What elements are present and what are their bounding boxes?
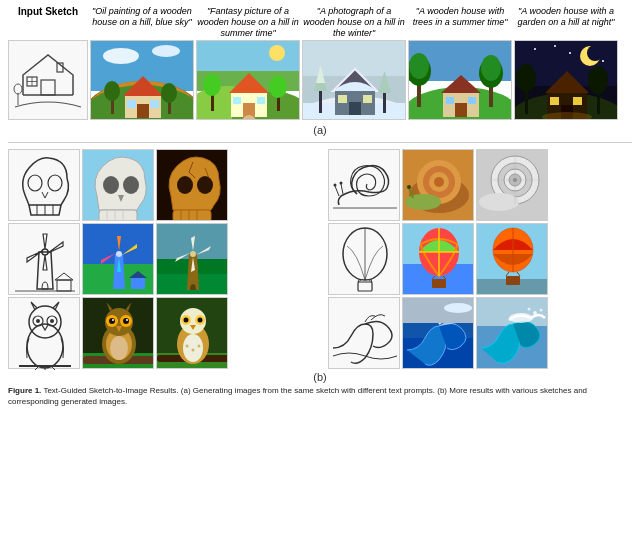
svg-point-186	[110, 336, 128, 360]
balloon-gen-2	[476, 223, 548, 295]
svg-point-115	[405, 194, 441, 210]
caption-text: Text-Guided Sketch-to-Image Results. (a)…	[8, 386, 587, 405]
wave-gen-2	[476, 297, 548, 369]
skull-gen-1	[82, 149, 154, 221]
section-b-label: (b)	[8, 371, 632, 383]
svg-rect-46	[363, 95, 372, 103]
svg-point-168	[36, 319, 40, 323]
svg-point-69	[587, 45, 603, 61]
svg-point-106	[334, 184, 337, 187]
owl-sketch	[8, 297, 80, 369]
svg-point-70	[534, 48, 536, 50]
section-a-label: (a)	[8, 124, 632, 136]
svg-rect-98	[173, 210, 211, 221]
svg-rect-153	[432, 279, 446, 288]
svg-rect-63	[455, 103, 467, 117]
col-header-4: "A wooden house with trees in a summer t…	[408, 6, 512, 28]
svg-point-198	[192, 349, 195, 352]
svg-point-36	[269, 76, 287, 98]
svg-point-209	[528, 308, 531, 311]
b-row2-left	[8, 223, 312, 295]
svg-marker-130	[55, 273, 73, 280]
svg-point-60	[481, 55, 501, 81]
windmill-gen-2	[156, 223, 228, 295]
balloon-sketch	[328, 223, 400, 295]
svg-rect-31	[233, 97, 241, 104]
svg-point-206	[509, 313, 533, 323]
svg-point-71	[554, 45, 556, 47]
svg-point-197	[186, 345, 189, 348]
svg-line-104	[335, 186, 339, 196]
svg-rect-47	[319, 91, 322, 113]
b-row2-right	[328, 223, 632, 295]
svg-point-88	[28, 175, 42, 191]
snail-sketch	[328, 149, 400, 221]
gen-image-a-5	[514, 40, 618, 120]
windmill-gen-1	[82, 223, 154, 295]
svg-rect-17	[127, 100, 136, 108]
svg-point-124	[479, 193, 519, 211]
svg-point-84	[588, 66, 608, 94]
gen-image-a-4	[408, 40, 512, 120]
svg-rect-45	[338, 95, 347, 103]
svg-point-57	[409, 53, 429, 79]
figure-caption: Figure 1. Text-Guided Sketch-to-Image Re…	[8, 386, 632, 407]
svg-point-169	[50, 319, 54, 323]
svg-point-82	[516, 64, 536, 92]
svg-rect-24	[197, 41, 300, 71]
gen-image-a-3	[302, 40, 406, 120]
input-sketch-label: Input Sketch	[8, 6, 88, 17]
svg-point-203	[444, 303, 472, 313]
svg-point-117	[407, 185, 411, 189]
b-row1-right	[328, 149, 632, 221]
svg-rect-77	[550, 97, 559, 105]
snail-gen-2	[476, 149, 548, 221]
owl-gen-2	[156, 297, 228, 369]
svg-point-73	[602, 60, 604, 62]
svg-point-89	[48, 175, 62, 191]
fig-num: Figure 1.	[8, 386, 41, 395]
house-sketch	[8, 40, 88, 120]
svg-rect-78	[573, 97, 582, 105]
svg-point-165	[29, 306, 61, 338]
svg-rect-205	[477, 298, 548, 326]
col-header-5: "A wooden house with a garden on a hill …	[514, 6, 618, 28]
svg-rect-129	[57, 280, 71, 291]
svg-point-114	[434, 177, 444, 187]
balloon-gen-1	[402, 223, 474, 295]
svg-point-25	[269, 45, 285, 61]
svg-rect-50	[383, 93, 386, 113]
svg-rect-1	[41, 80, 55, 95]
svg-rect-18	[150, 100, 159, 108]
svg-rect-32	[257, 97, 265, 104]
svg-point-134	[116, 251, 122, 257]
svg-point-140	[190, 251, 196, 257]
gen-image-a-2	[196, 40, 300, 120]
skull-gen-2	[156, 149, 228, 221]
svg-point-72	[569, 52, 571, 54]
svg-rect-142	[358, 282, 372, 291]
svg-rect-30	[243, 103, 255, 117]
wave-gen-1	[402, 297, 474, 369]
svg-rect-161	[506, 276, 520, 285]
skull-sketch	[8, 149, 80, 221]
col-header-2: "Fantasy picture of a wooden house on a …	[196, 6, 300, 38]
svg-point-102	[177, 176, 193, 194]
windmill-sketch	[8, 223, 80, 295]
svg-line-105	[341, 184, 343, 194]
svg-point-195	[198, 318, 203, 323]
svg-point-22	[161, 83, 177, 103]
wave-sketch	[328, 297, 400, 369]
svg-point-6	[14, 84, 22, 94]
svg-rect-44	[349, 102, 361, 115]
snail-gen-1	[402, 149, 474, 221]
svg-point-196	[183, 334, 203, 362]
svg-point-107	[340, 182, 343, 185]
b-row1-left	[8, 149, 312, 221]
b-row3-left	[8, 297, 312, 369]
col-header-3: "A photograph of a wooden house on a hil…	[302, 6, 406, 38]
svg-point-207	[533, 311, 537, 315]
svg-point-199	[198, 345, 201, 348]
svg-point-20	[104, 81, 120, 101]
svg-rect-91	[99, 210, 137, 221]
